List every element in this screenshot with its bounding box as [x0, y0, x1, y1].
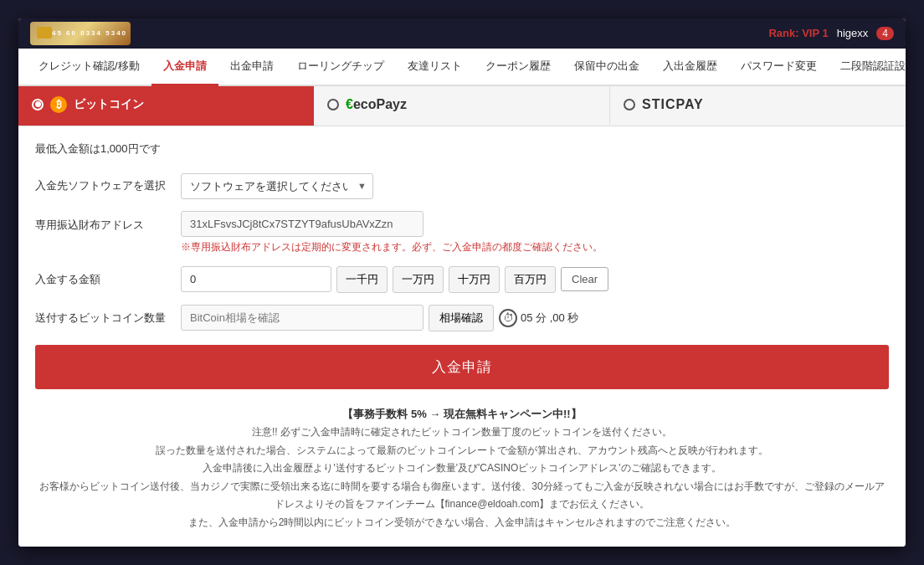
timer-text: 05 分 ,00 秒 — [521, 311, 578, 326]
payment-tab-bitcoin[interactable]: ₿ ビットコイン — [18, 86, 314, 126]
top-bar-left: 45 60 0334 5340 — [30, 22, 131, 45]
address-warning: ※専用振込財布アドレスは定期的に変更されます。必ず、ご入金申請の都度ご確認くださ… — [181, 240, 603, 254]
tab-credit[interactable]: クレジット確認/移動 — [27, 49, 151, 86]
top-bar-right: Rank: VIP 1 higexx 4 — [768, 27, 894, 40]
tab-friends[interactable]: 友達リスト — [396, 49, 474, 86]
notice-line-4: 入金申請後に入出金履歴より'送付するビットコイン数量'及び'CASINOビットコ… — [35, 460, 889, 478]
tab-history[interactable]: 入出金履歴 — [651, 49, 729, 86]
payment-tab-sticpay[interactable]: STICPAY — [610, 86, 906, 126]
ecopay-radio[interactable] — [327, 99, 339, 110]
address-input[interactable] — [181, 211, 424, 237]
btn-100000[interactable]: 十万円 — [449, 266, 500, 293]
modal: 45 60 0334 5340 Rank: VIP 1 higexx 4 クレジ… — [18, 18, 906, 547]
bitcoin-label: ビットコイン — [74, 97, 144, 112]
address-row: 専用振込財布アドレス ※専用振込財布アドレスは定期的に変更されます。必ず、ご入金… — [35, 211, 889, 254]
tab-coupon[interactable]: クーポン履歴 — [474, 49, 562, 86]
btn-10000[interactable]: 一万円 — [393, 266, 444, 293]
ecopay-label: ecoPayz — [353, 97, 407, 111]
amount-controls: 一千円 一万円 十万円 百万円 Clear — [181, 266, 608, 293]
submit-button[interactable]: 入金申請 — [35, 345, 889, 389]
notice-line-1: 【事務手数料 5% → 現在無料キャンペーン中!!】 — [35, 404, 889, 424]
bitcoin-qty-label: 送付するビットコイン数量 — [35, 311, 169, 326]
tab-withdrawal[interactable]: 出金申請 — [218, 49, 285, 86]
tab-2fa[interactable]: 二段階認証設定 — [829, 49, 906, 86]
address-label: 専用振込財布アドレス — [35, 218, 169, 233]
amount-input[interactable] — [181, 266, 331, 292]
software-select-wrapper: ソフトウェアを選択してください ▼ — [181, 173, 373, 199]
address-wrapper: ※専用振込財布アドレスは定期的に変更されます。必ず、ご入金申請の都度ご確認くださ… — [181, 211, 603, 254]
notice-line-3: 誤った数量を送付された場合、システムによって最新のビットコインレートで金額が算出… — [35, 442, 889, 460]
bitcoin-qty-input[interactable] — [181, 305, 424, 331]
card-number: 45 60 0334 5340 — [33, 29, 127, 37]
sticpay-radio[interactable] — [624, 99, 635, 110]
nav-tabs: クレジット確認/移動 入金申請 出金申請 ローリングチップ 友達リスト クーポン… — [18, 49, 906, 86]
clear-button[interactable]: Clear — [561, 267, 608, 291]
tab-rolling[interactable]: ローリングチップ — [285, 49, 396, 86]
notice-line-5: お客様からビットコイン送付後、当カジノで実際に受領出来る迄に時間を要する場合も御… — [35, 478, 889, 514]
tab-deposit[interactable]: 入金申請 — [151, 49, 218, 86]
bitcoin-qty-row: 送付するビットコイン数量 相場確認 ⏱ 05 分 ,00 秒 — [35, 305, 889, 331]
btn-1000000[interactable]: 百万円 — [505, 266, 556, 293]
software-row: 入金先ソフトウェアを選択 ソフトウェアを選択してください ▼ — [35, 173, 889, 199]
content: 最低入金額は1,000円です 入金先ソフトウェアを選択 ソフトウェアを選択してく… — [18, 126, 906, 547]
timer-icon: ⏱ — [499, 309, 517, 327]
bitcoin-radio[interactable] — [32, 99, 44, 110]
notice-line-6: また、入金申請から2時間以内にビットコイン受領ができない場合、入金申請はキャンセ… — [35, 514, 889, 532]
credit-card-image: 45 60 0334 5340 — [30, 22, 131, 45]
bitcoin-icon: ₿ — [50, 96, 67, 113]
bitcoin-qty-controls: 相場確認 ⏱ 05 分 ,00 秒 — [181, 305, 578, 331]
amount-row: 入金する金額 一千円 一万円 十万円 百万円 Clear — [35, 266, 889, 293]
rank-label: Rank: VIP 1 — [768, 27, 828, 39]
tab-pending[interactable]: 保留中の出金 — [562, 49, 651, 86]
rate-confirm-button[interactable]: 相場確認 — [429, 305, 494, 331]
ecopay-logo: €ecoPayz — [346, 97, 407, 112]
min-deposit-info: 最低入金額は1,000円です — [35, 138, 889, 160]
btn-1000[interactable]: 一千円 — [336, 266, 388, 293]
top-bar: 45 60 0334 5340 Rank: VIP 1 higexx 4 — [18, 18, 906, 49]
software-label: 入金先ソフトウェアを選択 — [35, 178, 169, 193]
payment-tabs: ₿ ビットコイン €ecoPayz STICPAY — [18, 86, 906, 126]
timer: ⏱ 05 分 ,00 秒 — [499, 309, 578, 327]
notice-line-2: 注意!! 必ずご入金申請時に確定されたビットコイン数量丁度のビットコインを送付く… — [35, 424, 889, 442]
amount-label: 入金する金額 — [35, 272, 169, 287]
notice-section: 【事務手数料 5% → 現在無料キャンペーン中!!】 注意!! 必ずご入金申請時… — [35, 401, 889, 536]
sticpay-label: STICPAY — [642, 97, 704, 112]
notification-badge[interactable]: 4 — [876, 27, 894, 40]
tab-password[interactable]: パスワード変更 — [729, 49, 829, 86]
username-label: higexx — [837, 27, 869, 39]
payment-tab-ecopay[interactable]: €ecoPayz — [314, 86, 610, 126]
software-select[interactable]: ソフトウェアを選択してください — [181, 173, 373, 199]
